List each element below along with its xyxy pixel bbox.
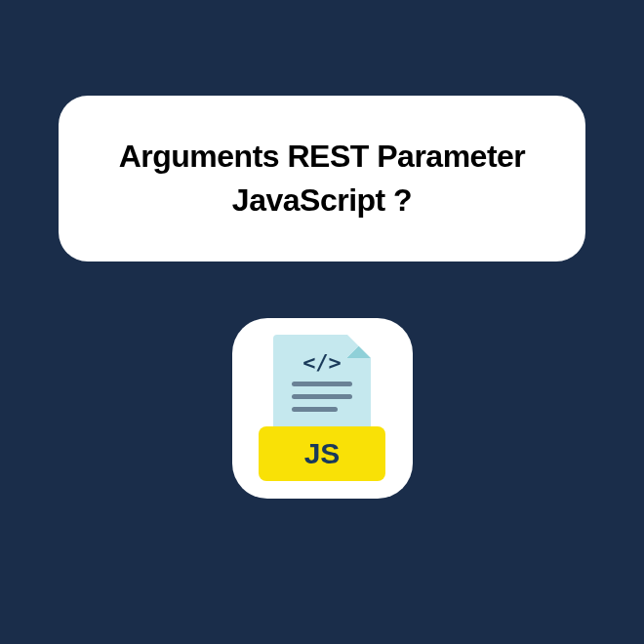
- line-icon: [292, 394, 352, 399]
- code-brackets-icon: </>: [302, 350, 342, 375]
- js-icon-card: </> JS: [232, 318, 413, 499]
- title-line-1: Arguments REST Parameter: [119, 139, 526, 174]
- text-lines-icon: [292, 382, 352, 420]
- title-text: Arguments REST Parameter JavaScript ?: [88, 135, 556, 222]
- js-label-text: JS: [304, 437, 341, 470]
- title-line-2: JavaScript ?: [232, 182, 412, 218]
- line-icon: [292, 382, 352, 386]
- line-icon: [292, 407, 338, 412]
- title-card: Arguments REST Parameter JavaScript ?: [59, 96, 585, 262]
- js-label-badge: JS: [259, 426, 385, 481]
- paper-fold: [347, 335, 371, 358]
- js-file-icon: </> JS: [259, 335, 385, 481]
